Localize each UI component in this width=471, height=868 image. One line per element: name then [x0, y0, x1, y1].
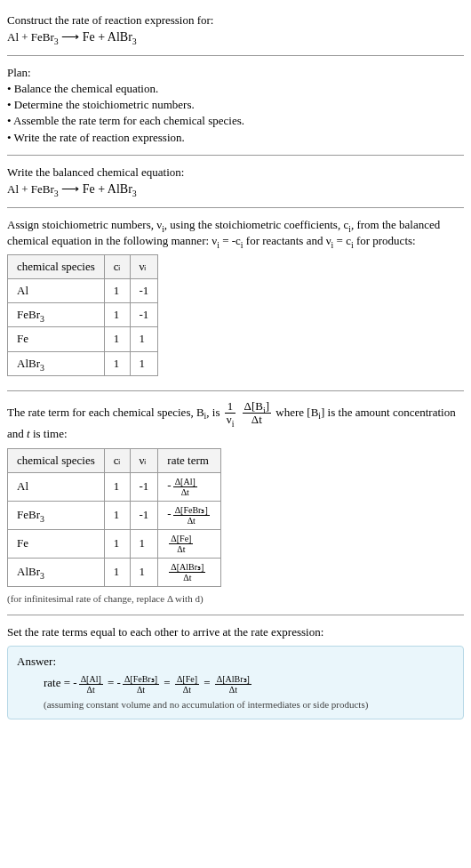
cell-ci: 1 [104, 351, 130, 375]
assign-text: Assign stoichiometric numbers, νi, using… [7, 217, 464, 249]
frac-den: νi [225, 414, 236, 426]
plan-heading: Plan: [7, 65, 464, 81]
answer-note: (assuming constant volume and no accumul… [44, 698, 454, 711]
t: is time: [30, 427, 68, 440]
divider [7, 207, 464, 208]
cell-species: FeBr3 [8, 501, 105, 529]
table-row: FeBr3 1 -1 -Δ[FeBr₃]Δt [8, 501, 221, 529]
table-row: AlBr3 1 1 Δ[AlBr₃]Δt [8, 558, 221, 586]
eq-part: Al + FeBr [7, 30, 54, 44]
rate-sign: - [167, 507, 171, 520]
cell-species: Al [8, 472, 105, 501]
cell-ci: 1 [104, 327, 130, 351]
eq-arrow: ⟶ Fe + AlBr [59, 182, 132, 196]
t: The rate term for each chemical species,… [7, 406, 204, 419]
cell-ci: 1 [104, 303, 130, 327]
sp-sub: 3 [40, 514, 44, 524]
cell-rate: -Δ[Al]Δt [158, 472, 220, 501]
table-row: FeBr3 1 -1 [8, 303, 158, 327]
plan-item: • Determine the stoichiometric numbers. [7, 97, 464, 113]
th-nui: νᵢ [130, 448, 158, 472]
fraction: Δ[Fe]Δt [169, 534, 193, 554]
rateterm-section: The rate term for each chemical species,… [7, 395, 464, 611]
frac-num: Δ[Al] [79, 674, 103, 685]
cell-species: AlBr3 [8, 558, 105, 586]
fraction: Δ[AlBr₃]Δt [169, 562, 205, 583]
answer-prefix: rate = [44, 676, 73, 689]
fraction: Δ[Al]Δt [173, 477, 197, 497]
cell-species: Al [8, 279, 105, 303]
sp-sub: 3 [40, 571, 44, 581]
balanced-heading: Write the balanced chemical equation: [7, 165, 464, 181]
t: , using the stoichiometric coefficients,… [164, 218, 348, 231]
plan-item: • Balance the chemical equation. [7, 81, 464, 97]
table-header-row: chemical species cᵢ νᵢ [8, 254, 158, 278]
frac-num: Δ[FeBr₃] [173, 505, 210, 516]
sp-pre: FeBr [17, 508, 40, 521]
table-row: Al 1 -1 -Δ[Al]Δt [8, 472, 221, 501]
term-sign: - [73, 676, 76, 689]
frac-den: Δt [243, 414, 271, 426]
cell-nui: -1 [130, 279, 158, 303]
frac-den: Δt [173, 516, 210, 526]
frac-den: Δt [123, 685, 159, 695]
frac-num: Δ[FeBr₃] [123, 674, 159, 685]
frac-den: Δt [173, 487, 197, 497]
frac-den: Δt [169, 544, 193, 554]
eq-sign: = [108, 676, 117, 689]
answer-expression: rate = -Δ[Al]Δt = -Δ[FeBr₃]Δt = Δ[Fe]Δt … [44, 674, 454, 695]
table-row: Fe 1 1 [8, 327, 158, 351]
eq-arrow: ⟶ Fe + AlBr [59, 30, 132, 44]
fraction: Δ[AlBr₃]Δt [215, 674, 251, 695]
fraction: Δ[Bi] Δt [243, 400, 271, 427]
sp-pre: AlBr [17, 565, 40, 578]
sp-pre: AlBr [17, 357, 40, 370]
th-ci: cᵢ [104, 448, 130, 472]
cell-rate: Δ[Fe]Δt [158, 529, 220, 558]
plan-item: • Write the rate of reaction expression. [7, 130, 464, 146]
eq-sign: = [164, 676, 173, 689]
term-sign: - [117, 676, 121, 689]
cell-species: Fe [8, 529, 105, 558]
prompt-line1: Construct the rate of reaction expressio… [7, 12, 464, 28]
table-header-row: chemical species cᵢ νᵢ rate term [8, 448, 221, 472]
final-section: Set the rate terms equal to each other t… [7, 619, 464, 725]
frac-num: Δ[AlBr₃] [215, 674, 251, 685]
t: = c [333, 234, 351, 247]
sp-sub: 3 [40, 362, 44, 372]
prompt-section: Construct the rate of reaction expressio… [7, 7, 464, 52]
balanced-equation: Al + FeBr3 ⟶ Fe + AlBr3 [7, 181, 464, 198]
cell-nui: 1 [130, 351, 158, 375]
plan-item: • Assemble the rate term for each chemic… [7, 113, 464, 129]
eq-sub: 3 [132, 36, 137, 46]
divider [7, 615, 464, 615]
divider [7, 55, 464, 56]
table-row: AlBr3 1 1 [8, 351, 158, 375]
num-post: ] [266, 399, 269, 413]
eq-part: Al + FeBr [7, 182, 54, 196]
eq-sub: 3 [132, 189, 137, 198]
prompt-equation: Al + FeBr3 ⟶ Fe + AlBr3 [7, 28, 464, 46]
answer-label: Answer: [17, 654, 454, 670]
frac-num: Δ[Fe] [175, 674, 199, 685]
frac-num: Δ[Bi] [243, 400, 271, 414]
fraction: Δ[FeBr₃]Δt [123, 674, 159, 695]
frac-num: Δ[Al] [173, 477, 197, 487]
divider [7, 155, 464, 156]
sp-pre: FeBr [17, 308, 40, 321]
frac-den: Δt [215, 685, 251, 695]
divider [7, 390, 464, 391]
cell-ci: 1 [104, 472, 130, 501]
cell-nui: 1 [130, 327, 158, 351]
frac-num: Δ[AlBr₃] [169, 562, 205, 573]
table-row: Fe 1 1 Δ[Fe]Δt [8, 529, 221, 558]
sp-sub: 3 [40, 314, 44, 324]
cell-rate: Δ[AlBr₃]Δt [158, 558, 220, 586]
th-nui: νᵢ [130, 254, 158, 278]
cell-ci: 1 [104, 558, 130, 586]
infinitesimal-note: (for infinitesimal rate of change, repla… [7, 592, 464, 606]
cell-species: Fe [8, 327, 105, 351]
cell-ci: 1 [104, 279, 130, 303]
balanced-section: Write the balanced chemical equation: Al… [7, 159, 464, 204]
rate-sign: - [167, 478, 171, 492]
